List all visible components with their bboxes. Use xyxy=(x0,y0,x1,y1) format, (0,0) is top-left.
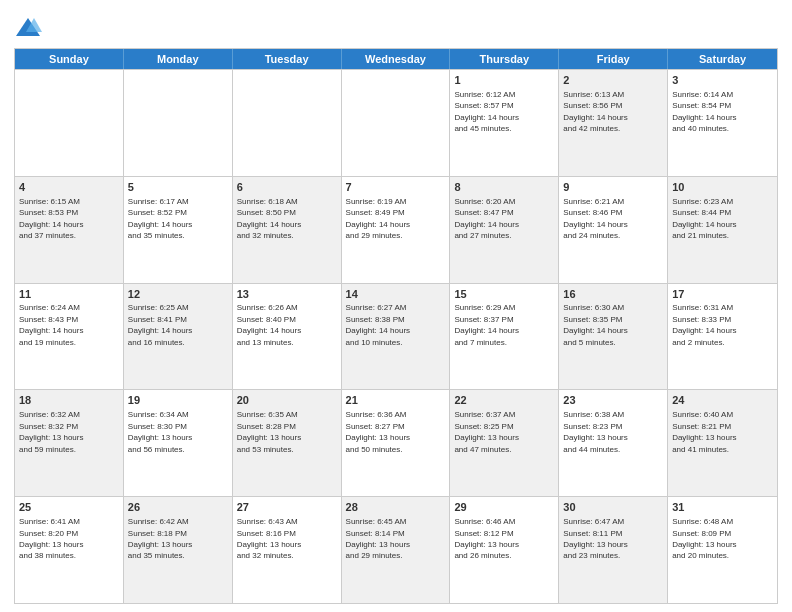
day-info: Sunrise: 6:40 AM Sunset: 8:21 PM Dayligh… xyxy=(672,410,736,453)
day-info: Sunrise: 6:20 AM Sunset: 8:47 PM Dayligh… xyxy=(454,197,518,240)
cal-cell: 20Sunrise: 6:35 AM Sunset: 8:28 PM Dayli… xyxy=(233,390,342,496)
day-number: 29 xyxy=(454,500,554,515)
cal-cell: 17Sunrise: 6:31 AM Sunset: 8:33 PM Dayli… xyxy=(668,284,777,390)
day-number: 19 xyxy=(128,393,228,408)
day-number: 13 xyxy=(237,287,337,302)
header xyxy=(14,10,778,42)
day-info: Sunrise: 6:30 AM Sunset: 8:35 PM Dayligh… xyxy=(563,303,627,346)
cal-cell: 22Sunrise: 6:37 AM Sunset: 8:25 PM Dayli… xyxy=(450,390,559,496)
cal-cell: 15Sunrise: 6:29 AM Sunset: 8:37 PM Dayli… xyxy=(450,284,559,390)
cal-cell xyxy=(342,70,451,176)
cal-cell: 7Sunrise: 6:19 AM Sunset: 8:49 PM Daylig… xyxy=(342,177,451,283)
day-number: 21 xyxy=(346,393,446,408)
calendar-week-4: 18Sunrise: 6:32 AM Sunset: 8:32 PM Dayli… xyxy=(15,389,777,496)
day-number: 20 xyxy=(237,393,337,408)
day-number: 30 xyxy=(563,500,663,515)
calendar-week-2: 4Sunrise: 6:15 AM Sunset: 8:53 PM Daylig… xyxy=(15,176,777,283)
day-info: Sunrise: 6:18 AM Sunset: 8:50 PM Dayligh… xyxy=(237,197,301,240)
day-info: Sunrise: 6:45 AM Sunset: 8:14 PM Dayligh… xyxy=(346,517,410,560)
day-info: Sunrise: 6:14 AM Sunset: 8:54 PM Dayligh… xyxy=(672,90,736,133)
cal-cell: 2Sunrise: 6:13 AM Sunset: 8:56 PM Daylig… xyxy=(559,70,668,176)
cal-cell: 31Sunrise: 6:48 AM Sunset: 8:09 PM Dayli… xyxy=(668,497,777,603)
day-info: Sunrise: 6:15 AM Sunset: 8:53 PM Dayligh… xyxy=(19,197,83,240)
cal-cell: 23Sunrise: 6:38 AM Sunset: 8:23 PM Dayli… xyxy=(559,390,668,496)
day-number: 10 xyxy=(672,180,773,195)
day-number: 22 xyxy=(454,393,554,408)
day-info: Sunrise: 6:25 AM Sunset: 8:41 PM Dayligh… xyxy=(128,303,192,346)
day-number: 5 xyxy=(128,180,228,195)
cal-cell: 4Sunrise: 6:15 AM Sunset: 8:53 PM Daylig… xyxy=(15,177,124,283)
day-number: 27 xyxy=(237,500,337,515)
cal-cell: 16Sunrise: 6:30 AM Sunset: 8:35 PM Dayli… xyxy=(559,284,668,390)
day-number: 18 xyxy=(19,393,119,408)
day-info: Sunrise: 6:12 AM Sunset: 8:57 PM Dayligh… xyxy=(454,90,518,133)
day-number: 9 xyxy=(563,180,663,195)
day-info: Sunrise: 6:29 AM Sunset: 8:37 PM Dayligh… xyxy=(454,303,518,346)
day-number: 7 xyxy=(346,180,446,195)
day-info: Sunrise: 6:48 AM Sunset: 8:09 PM Dayligh… xyxy=(672,517,736,560)
cal-cell: 27Sunrise: 6:43 AM Sunset: 8:16 PM Dayli… xyxy=(233,497,342,603)
cal-cell: 28Sunrise: 6:45 AM Sunset: 8:14 PM Dayli… xyxy=(342,497,451,603)
cal-cell: 9Sunrise: 6:21 AM Sunset: 8:46 PM Daylig… xyxy=(559,177,668,283)
day-number: 8 xyxy=(454,180,554,195)
day-number: 24 xyxy=(672,393,773,408)
day-info: Sunrise: 6:36 AM Sunset: 8:27 PM Dayligh… xyxy=(346,410,410,453)
header-day-tuesday: Tuesday xyxy=(233,49,342,69)
calendar-header: SundayMondayTuesdayWednesdayThursdayFrid… xyxy=(15,49,777,69)
cal-cell: 8Sunrise: 6:20 AM Sunset: 8:47 PM Daylig… xyxy=(450,177,559,283)
day-info: Sunrise: 6:27 AM Sunset: 8:38 PM Dayligh… xyxy=(346,303,410,346)
cal-cell: 13Sunrise: 6:26 AM Sunset: 8:40 PM Dayli… xyxy=(233,284,342,390)
cal-cell: 29Sunrise: 6:46 AM Sunset: 8:12 PM Dayli… xyxy=(450,497,559,603)
day-number: 1 xyxy=(454,73,554,88)
header-day-saturday: Saturday xyxy=(668,49,777,69)
cal-cell xyxy=(124,70,233,176)
day-number: 28 xyxy=(346,500,446,515)
day-info: Sunrise: 6:41 AM Sunset: 8:20 PM Dayligh… xyxy=(19,517,83,560)
day-number: 12 xyxy=(128,287,228,302)
day-info: Sunrise: 6:21 AM Sunset: 8:46 PM Dayligh… xyxy=(563,197,627,240)
cal-cell: 12Sunrise: 6:25 AM Sunset: 8:41 PM Dayli… xyxy=(124,284,233,390)
cal-cell xyxy=(233,70,342,176)
day-number: 6 xyxy=(237,180,337,195)
day-info: Sunrise: 6:13 AM Sunset: 8:56 PM Dayligh… xyxy=(563,90,627,133)
day-number: 4 xyxy=(19,180,119,195)
day-number: 25 xyxy=(19,500,119,515)
day-info: Sunrise: 6:26 AM Sunset: 8:40 PM Dayligh… xyxy=(237,303,301,346)
cal-cell: 5Sunrise: 6:17 AM Sunset: 8:52 PM Daylig… xyxy=(124,177,233,283)
day-info: Sunrise: 6:47 AM Sunset: 8:11 PM Dayligh… xyxy=(563,517,627,560)
cal-cell: 24Sunrise: 6:40 AM Sunset: 8:21 PM Dayli… xyxy=(668,390,777,496)
day-number: 16 xyxy=(563,287,663,302)
page: SundayMondayTuesdayWednesdayThursdayFrid… xyxy=(0,0,792,612)
calendar-week-3: 11Sunrise: 6:24 AM Sunset: 8:43 PM Dayli… xyxy=(15,283,777,390)
day-info: Sunrise: 6:23 AM Sunset: 8:44 PM Dayligh… xyxy=(672,197,736,240)
cal-cell: 1Sunrise: 6:12 AM Sunset: 8:57 PM Daylig… xyxy=(450,70,559,176)
day-number: 31 xyxy=(672,500,773,515)
day-info: Sunrise: 6:46 AM Sunset: 8:12 PM Dayligh… xyxy=(454,517,518,560)
day-info: Sunrise: 6:31 AM Sunset: 8:33 PM Dayligh… xyxy=(672,303,736,346)
header-day-thursday: Thursday xyxy=(450,49,559,69)
calendar: SundayMondayTuesdayWednesdayThursdayFrid… xyxy=(14,48,778,604)
day-info: Sunrise: 6:38 AM Sunset: 8:23 PM Dayligh… xyxy=(563,410,627,453)
calendar-week-1: 1Sunrise: 6:12 AM Sunset: 8:57 PM Daylig… xyxy=(15,69,777,176)
day-number: 17 xyxy=(672,287,773,302)
cal-cell: 26Sunrise: 6:42 AM Sunset: 8:18 PM Dayli… xyxy=(124,497,233,603)
header-day-monday: Monday xyxy=(124,49,233,69)
day-info: Sunrise: 6:32 AM Sunset: 8:32 PM Dayligh… xyxy=(19,410,83,453)
day-info: Sunrise: 6:42 AM Sunset: 8:18 PM Dayligh… xyxy=(128,517,192,560)
day-info: Sunrise: 6:35 AM Sunset: 8:28 PM Dayligh… xyxy=(237,410,301,453)
day-info: Sunrise: 6:19 AM Sunset: 8:49 PM Dayligh… xyxy=(346,197,410,240)
day-number: 3 xyxy=(672,73,773,88)
header-day-friday: Friday xyxy=(559,49,668,69)
day-number: 15 xyxy=(454,287,554,302)
day-number: 2 xyxy=(563,73,663,88)
cal-cell: 10Sunrise: 6:23 AM Sunset: 8:44 PM Dayli… xyxy=(668,177,777,283)
day-info: Sunrise: 6:24 AM Sunset: 8:43 PM Dayligh… xyxy=(19,303,83,346)
header-day-sunday: Sunday xyxy=(15,49,124,69)
cal-cell: 25Sunrise: 6:41 AM Sunset: 8:20 PM Dayli… xyxy=(15,497,124,603)
cal-cell: 21Sunrise: 6:36 AM Sunset: 8:27 PM Dayli… xyxy=(342,390,451,496)
day-info: Sunrise: 6:43 AM Sunset: 8:16 PM Dayligh… xyxy=(237,517,301,560)
cal-cell: 6Sunrise: 6:18 AM Sunset: 8:50 PM Daylig… xyxy=(233,177,342,283)
calendar-week-5: 25Sunrise: 6:41 AM Sunset: 8:20 PM Dayli… xyxy=(15,496,777,603)
day-info: Sunrise: 6:34 AM Sunset: 8:30 PM Dayligh… xyxy=(128,410,192,453)
logo xyxy=(14,14,45,42)
